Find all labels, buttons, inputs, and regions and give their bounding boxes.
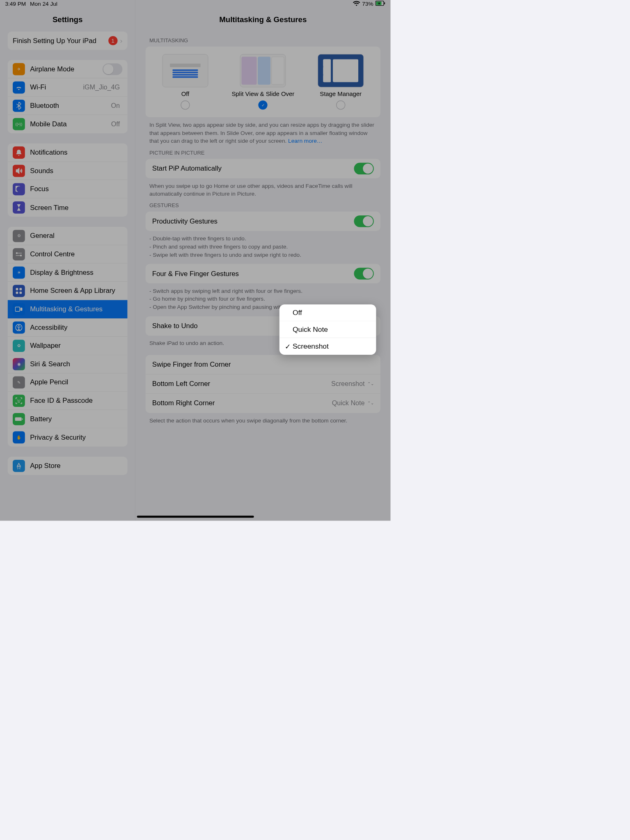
popup-off-label: Off [293,308,302,317]
modal-dim-overlay[interactable] [0,0,391,521]
popup-screenshot-label: Screenshot [293,342,329,351]
popup-quicknote-label: Quick Note [293,325,328,333]
corner-action-popup: Off Quick Note ✓ Screenshot [279,304,376,355]
popup-quicknote[interactable]: Quick Note [279,321,376,338]
popup-screenshot[interactable]: ✓ Screenshot [279,338,376,355]
checkmark-icon: ✓ [285,342,293,350]
home-indicator[interactable] [137,516,254,518]
popup-off[interactable]: Off [279,304,376,321]
